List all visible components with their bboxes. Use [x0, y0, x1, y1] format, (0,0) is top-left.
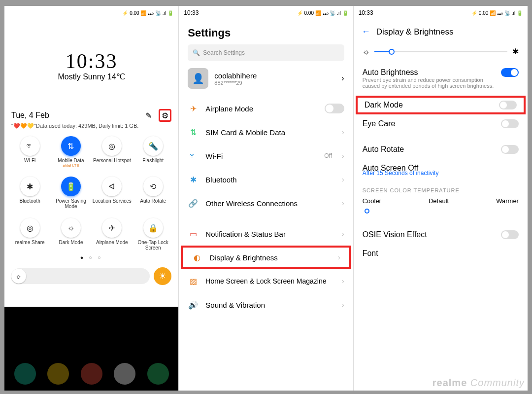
toggle[interactable] [325, 104, 344, 113]
settings-row[interactable]: ✈Airplane Mode [179, 97, 353, 120]
dock-app-2[interactable] [47, 363, 69, 385]
chevron-right-icon: › [342, 277, 344, 285]
quick-tile[interactable]: 🔦Flashlight [133, 136, 173, 168]
lockscreen-weather: Mostly Sunny 14℃ [4, 72, 178, 81]
row-icon: ✱ [188, 175, 199, 184]
row-icon: 🔊 [188, 300, 199, 310]
status-time: 10:33 [184, 9, 199, 16]
chevron-right-icon: › [342, 199, 344, 207]
screen-color-temp-header: SCREEN COLOR TEMPERATURE [354, 179, 528, 196]
color-temp-slider[interactable] [354, 206, 528, 216]
watermark: realme Community [432, 377, 525, 389]
quick-tile[interactable]: ◎Personal Hotspot [92, 136, 133, 168]
row-icon: 🔗 [188, 199, 199, 208]
back-arrow-icon[interactable]: ← [362, 27, 370, 37]
quick-tile[interactable]: ᯤWi-Fi [9, 136, 50, 168]
screen-header: ← Display & Brightness [354, 20, 528, 44]
status-bar: 10:33 ⚡ 0.00 📶 ₁₄₀ 📡 .ıl 🔋 [179, 6, 353, 20]
page-title: Settings [179, 20, 353, 44]
settings-screen: 10:33 ⚡ 0.00 📶 ₁₄₀ 📡 .ıl 🔋 Settings 🔍 Se… [179, 6, 353, 391]
font-row[interactable]: Font [363, 249, 378, 258]
row-icon: ᯤ [188, 151, 199, 160]
sun-high-icon: ✱ [512, 47, 519, 56]
row-icon: ◐ [192, 253, 202, 262]
quick-tile[interactable]: ᐊLocation Services [92, 177, 133, 209]
account-name: coolabhihere [214, 72, 335, 80]
quick-tile[interactable]: ◎realme Share [9, 218, 50, 251]
row-icon: ⇅ [188, 128, 199, 137]
temp-cooler: Cooler [363, 197, 381, 205]
display-brightness-screen: 10:33 ⚡ 0.00 📶 ₁₄₀ 📡 .ıl 🔋 ← Display & B… [354, 6, 528, 391]
display-row[interactable]: Dark Mode [356, 96, 526, 114]
edit-icon[interactable]: ✎ [142, 109, 155, 122]
brightness-slider-row: ☼ ☀ [4, 260, 178, 292]
chevron-right-icon: › [342, 152, 344, 160]
settings-row[interactable]: ◐Display & Brightness› [181, 246, 351, 269]
search-icon: 🔍 [193, 49, 200, 56]
temp-default: Default [429, 197, 449, 205]
toggle[interactable] [501, 119, 519, 128]
brightness-knob[interactable]: ☼ [11, 269, 26, 284]
quick-tile[interactable]: ⟲Auto Rotate [133, 177, 173, 209]
auto-brightness-toggle[interactable]: ☀ [154, 267, 171, 285]
dock-app-4[interactable] [114, 363, 135, 385]
status-icons: ⚡ 0.00 📶 ₁₄₀ 📡 .ıl 🔋 [471, 10, 523, 16]
quick-tile[interactable]: 🔒One-Tap Lock Screen [133, 218, 173, 251]
settings-gear-icon[interactable]: ⚙ [159, 109, 171, 122]
lockscreen-clock: 10:33 [4, 49, 178, 73]
quick-tile[interactable]: ⇅Mobile Dataairtel LTE [50, 136, 91, 168]
toggle[interactable] [501, 145, 519, 154]
display-row[interactable]: Auto Rotate [354, 140, 528, 159]
data-usage-status: "❤️🧡💛"Data used today: 429MB, Daily limi… [4, 122, 178, 133]
quick-tile[interactable]: ✱Bluetooth [9, 177, 50, 209]
quick-tiles-grid: ᯤWi-Fi⇅Mobile Dataairtel LTE◎Personal Ho… [4, 133, 178, 251]
osie-label[interactable]: OSIE Vision Effect [363, 230, 427, 239]
quick-tile[interactable]: ✈Airplane Mode [92, 218, 133, 251]
lockscreen-date: Tue, 4 Feb [11, 111, 49, 120]
settings-row[interactable]: ✱Bluetooth› [179, 168, 353, 191]
auto-brightness-desc: Prevent eye strain and reduce power cons… [363, 77, 496, 89]
row-icon: ▭ [188, 229, 199, 239]
page-dots: ● ○ ○ [4, 254, 178, 260]
chevron-right-icon: › [342, 176, 344, 183]
chevron-right-icon: › [342, 128, 344, 136]
brightness-slider[interactable]: ☼ ✱ [354, 44, 528, 65]
chevron-right-icon: › [342, 301, 344, 309]
settings-row[interactable]: ▭Notification & Status Bar› [179, 222, 353, 246]
quick-tile[interactable]: ☼Dark Mode [50, 218, 91, 251]
auto-brightness-title: Auto Brightness [363, 68, 496, 77]
row-icon: ✈ [188, 104, 199, 113]
settings-row[interactable]: 🔗Other Wireless Connections› [179, 191, 353, 215]
temp-warmer: Warmer [496, 197, 519, 205]
chevron-right-icon: › [338, 253, 340, 261]
auto-screen-off-value: After 15 Seconds of inactivity [354, 170, 528, 179]
settings-row[interactable]: ᯤWi-FiOff› [179, 144, 353, 168]
quick-settings-panel: ⚡ 0.00 📶 ₁₄₀ 📡 .ıl 🔋 10:33 Mostly Sunny … [4, 6, 179, 391]
chevron-right-icon: › [341, 74, 344, 83]
auto-brightness-toggle[interactable] [501, 68, 519, 77]
slider-knob[interactable] [389, 49, 395, 55]
settings-row[interactable]: ⇅SIM Card & Mobile Data› [179, 120, 353, 144]
status-time: 10:33 [359, 9, 373, 16]
header-title: Display & Brightness [376, 27, 454, 37]
status-bar: ⚡ 0.00 📶 ₁₄₀ 📡 .ıl 🔋 [4, 6, 178, 20]
toggle[interactable] [499, 101, 517, 109]
display-row[interactable]: Eye Care [354, 114, 528, 133]
osie-toggle[interactable] [501, 230, 519, 239]
dock-app-5[interactable] [147, 363, 169, 385]
sun-low-icon: ☼ [363, 47, 370, 56]
search-input[interactable]: 🔍 Search Settings [188, 44, 344, 61]
row-icon: ▨ [188, 277, 199, 286]
account-phone: 882******29 [214, 80, 335, 86]
status-bar: 10:33 ⚡ 0.00 📶 ₁₄₀ 📡 .ıl 🔋 [354, 6, 528, 20]
avatar-icon: 👤 [188, 68, 208, 89]
dock-app-3[interactable] [81, 363, 102, 385]
quick-tile[interactable]: 🔋Power Saving Mode [50, 177, 91, 209]
brightness-track[interactable]: ☼ [11, 268, 150, 284]
dock-app-1[interactable] [14, 363, 36, 385]
search-placeholder: Search Settings [203, 49, 245, 56]
settings-row[interactable]: 🔊Sound & Vibration› [179, 293, 353, 317]
settings-row[interactable]: ▨Home Screen & Lock Screen Magazine› [179, 269, 353, 293]
homescreen-dock [4, 307, 178, 391]
account-row[interactable]: 👤 coolabhihere 882******29 › [188, 68, 344, 89]
